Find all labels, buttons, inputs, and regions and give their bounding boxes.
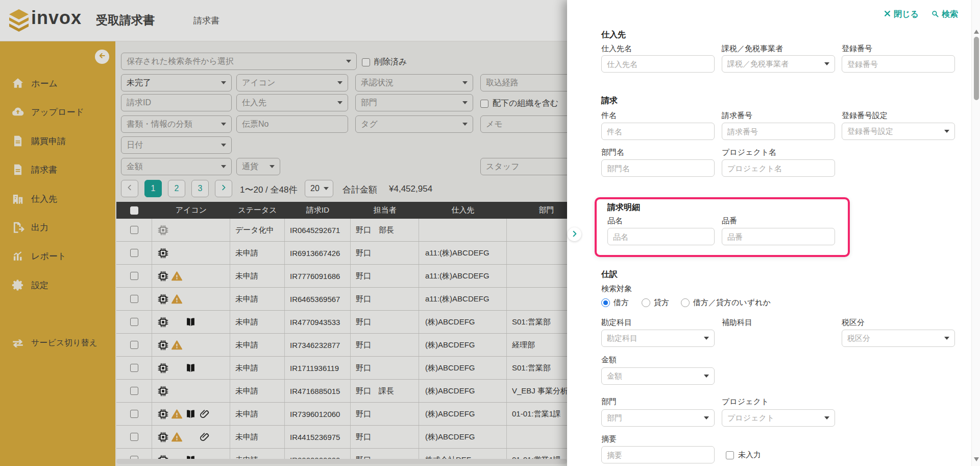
sidebar-item-purchase-request[interactable]: 購買申請	[0, 130, 115, 152]
row-checkbox[interactable]	[116, 357, 152, 379]
include-sub-org-checkbox[interactable]: 配下の組織を含む	[480, 98, 558, 109]
column-header-status[interactable]: ステータス	[230, 202, 285, 219]
subject-field[interactable]	[607, 127, 709, 136]
table-row[interactable]: 未申請IR6913667426野口a11:(株)ABCDEFG	[116, 242, 567, 265]
tax-status-select[interactable]: 課税／免税事業者	[722, 55, 835, 73]
table-row[interactable]: 未申請IR1711936119野口(株)ABCDEFGS01:営業部	[116, 357, 567, 380]
radio-either[interactable]: 借方／貸方のいずれか	[681, 298, 771, 308]
supplier-name-input[interactable]	[601, 55, 715, 73]
journal-amount-select[interactable]: 金額	[601, 367, 715, 385]
row-checkbox[interactable]	[116, 288, 152, 310]
empty-checkbox[interactable]: 未入力	[726, 450, 761, 460]
table-row[interactable]: 未申請IR4716885015野口 課長(株)ABCDEFGV_EBJ 事業分析	[116, 380, 567, 403]
invoice-number-input[interactable]	[722, 123, 835, 140]
sidebar-item-reports[interactable]: レポート	[0, 245, 115, 267]
scrollbar-thumb[interactable]	[974, 37, 979, 100]
tax-class-select[interactable]: 税区分	[842, 330, 955, 347]
invoice-number-field[interactable]	[727, 127, 829, 136]
table-row[interactable]: 未申請IR7346232877野口(株)ABCDEFG経理部	[116, 334, 567, 357]
invoice-id-input[interactable]	[121, 94, 232, 111]
per-page-select[interactable]: 20	[305, 180, 333, 197]
project-name-input[interactable]	[722, 159, 835, 177]
row-checkbox[interactable]	[116, 334, 152, 356]
row-checkbox[interactable]	[116, 449, 152, 459]
saved-search-select[interactable]: 保存された検索条件から選択	[121, 53, 357, 70]
panel-expand-button[interactable]	[568, 227, 581, 241]
row-checkbox[interactable]	[116, 265, 152, 287]
item-no-input[interactable]	[722, 228, 835, 245]
approval-filter-select[interactable]: 承認状況	[355, 74, 473, 91]
route-filter-select[interactable]: 取込経路	[480, 74, 567, 91]
supplier-filter-select[interactable]: 仕入先	[236, 94, 348, 111]
sidebar-item-suppliers[interactable]: 仕入先	[0, 188, 115, 210]
sidebar-item-upload[interactable]: アップロード	[0, 101, 115, 123]
supplier-name-field[interactable]	[607, 60, 709, 68]
item-name-input[interactable]	[607, 228, 715, 245]
journal-project-select[interactable]: プロジェクト	[722, 409, 835, 427]
department-filter-select[interactable]: 部門	[355, 94, 473, 111]
table-row[interactable]: 未申請IR7396012060野口(株)ABCDEFG01-01:営業1課	[116, 403, 567, 426]
regset-select[interactable]: 登録番号設定	[842, 123, 955, 140]
page-button-2[interactable]: 2	[168, 180, 185, 197]
page-button-1[interactable]: 1	[144, 180, 162, 197]
tab-invoices[interactable]: 請求書	[193, 15, 219, 27]
row-checkbox[interactable]	[116, 380, 152, 402]
subject-input[interactable]	[601, 123, 715, 140]
amount-select[interactable]: 金額	[121, 158, 232, 175]
registration-no-field[interactable]	[847, 60, 949, 68]
sidebar-collapse-button[interactable]	[95, 50, 109, 64]
memo-field[interactable]	[486, 120, 567, 129]
row-checkbox[interactable]	[116, 242, 152, 264]
sidebar-item-switch-service[interactable]: サービス切り替え	[0, 332, 115, 354]
column-header-staff[interactable]: 担当者	[351, 202, 419, 219]
row-checkbox[interactable]	[116, 403, 152, 425]
sidebar-item-invoices[interactable]: 請求書	[0, 158, 115, 181]
sidebar-item-home[interactable]: ホーム	[0, 72, 115, 95]
radio-credit[interactable]: 貸方	[642, 298, 669, 308]
account-select[interactable]: 勘定科目	[601, 330, 715, 347]
column-header-department[interactable]: 部門	[507, 202, 567, 219]
item-no-field[interactable]	[727, 232, 829, 241]
close-panel-link[interactable]: 閉じる	[884, 9, 919, 20]
dept-name-field[interactable]	[607, 164, 709, 173]
select-all-checkbox[interactable]	[116, 202, 152, 219]
table-row[interactable]: 未申請IR0000000000野口株式会社DEF01-01:営業1課	[116, 449, 567, 459]
table-row[interactable]: 未申請IR6465369567野口a11:(株)ABCDEFG	[116, 288, 567, 311]
dept-name-input[interactable]	[601, 159, 715, 177]
staff-input[interactable]	[480, 158, 567, 175]
status-filter-select[interactable]: 未完了	[121, 74, 232, 91]
prev-page-button[interactable]	[121, 180, 138, 197]
column-header-icon[interactable]: アイコン	[152, 202, 230, 219]
page-button-3[interactable]: 3	[191, 180, 209, 197]
doc-class-select[interactable]: 書類・情報の分類	[121, 115, 232, 133]
registration-no-input[interactable]	[842, 55, 955, 73]
item-name-field[interactable]	[613, 232, 709, 241]
summary-input[interactable]	[601, 446, 715, 463]
slip-no-field[interactable]	[242, 120, 342, 129]
table-row[interactable]: 未申請IR7776091686野口a11:(株)ABCDEFG	[116, 265, 567, 288]
column-header-supplier[interactable]: 仕入先	[419, 202, 507, 219]
panel-scrollbar[interactable]	[971, 0, 980, 466]
table-row[interactable]: データ化中IR0645292671野口 部長	[116, 219, 567, 242]
icon-filter-select[interactable]: アイコン	[236, 74, 348, 91]
radio-debit[interactable]: 借方	[601, 298, 629, 308]
summary-field[interactable]	[607, 451, 709, 459]
date-select[interactable]: 日付	[121, 136, 232, 154]
row-checkbox[interactable]	[116, 426, 152, 448]
row-checkbox[interactable]	[116, 219, 152, 241]
project-name-field[interactable]	[727, 164, 829, 173]
column-header-invoice-id[interactable]: 請求ID	[285, 202, 351, 219]
next-page-button[interactable]	[215, 180, 232, 197]
journal-dept-select[interactable]: 部門	[601, 409, 715, 427]
deleted-checkbox[interactable]: 削除済み	[362, 57, 407, 67]
invoice-id-field[interactable]	[127, 98, 226, 107]
sidebar-item-settings[interactable]: 設定	[0, 274, 115, 296]
scroll-down-icon[interactable]	[974, 457, 979, 461]
slip-no-input[interactable]	[236, 115, 348, 133]
scroll-up-icon[interactable]	[974, 30, 979, 34]
sidebar-item-export[interactable]: 出力	[0, 216, 115, 239]
horizontal-scrollbar[interactable]	[116, 459, 567, 464]
memo-input[interactable]	[480, 115, 567, 133]
row-checkbox[interactable]	[116, 311, 152, 333]
table-row[interactable]: 未申請IR4415236975野口(株)ABCDEFG	[116, 426, 567, 449]
